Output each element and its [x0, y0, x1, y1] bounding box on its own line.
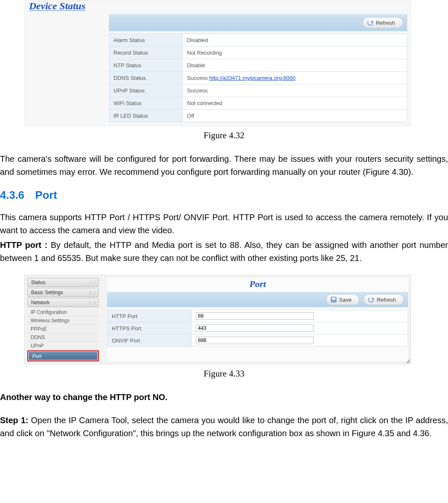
port-table: HTTP Port HTTPS Port ONVIF Port [107, 310, 408, 347]
settings-sidebar: Status Basic Settings Network IP Configu… [27, 278, 99, 361]
onvif-port-input[interactable] [196, 337, 314, 344]
table-row: WiFi Status Not connected [109, 97, 407, 110]
ddns-prefix: Success [187, 75, 209, 81]
save-icon [331, 297, 337, 303]
port-panel: Status Basic Settings Network IP Configu… [24, 275, 411, 364]
sidebar-item-ip-configuration[interactable]: IP Configuration [27, 308, 99, 316]
sidebar-item-status[interactable]: Status [27, 278, 99, 287]
sidebar-item-upnp[interactable]: UPnP [27, 342, 99, 350]
https-port-input[interactable] [196, 324, 314, 332]
sidebar-item-pppoe[interactable]: PPPoE [27, 325, 99, 333]
port-toolbar: Save Refresh [107, 292, 408, 307]
refresh-button[interactable]: Refresh [363, 17, 403, 28]
row-value: Not Recording [183, 47, 407, 59]
paragraph: The camera's software will be configured… [0, 153, 448, 179]
save-label: Save [339, 297, 352, 303]
sidebar-item-network[interactable]: Network [27, 298, 99, 307]
sidebar-item-ddns[interactable]: DDNS [27, 333, 99, 342]
paragraph: This camera supports HTTP Port / HTTPS P… [0, 211, 448, 237]
table-row: UPnP Status Success [109, 84, 407, 97]
refresh-label: Refresh [377, 297, 396, 303]
table-row: Alarm Status Disabled [109, 34, 407, 47]
http-port-text: By default, the HTTP and Media port is s… [0, 240, 448, 263]
another-way-bold: Another way to change the HTTP port NO. [0, 392, 168, 402]
table-row: NTP Status Disable [109, 59, 407, 72]
row-value: Disable [183, 59, 407, 72]
device-status-title: Device Status [29, 0, 411, 12]
device-status-table: Alarm Status Disabled Record Status Not … [109, 34, 407, 122]
table-row: IR LED Status Off [109, 110, 407, 122]
paragraph: Step 1: Open the IP Camera Tool, select … [0, 414, 448, 440]
resize-handle-icon [406, 359, 410, 363]
figure-caption: Figure 4.33 [0, 369, 448, 379]
figure-caption: Figure 4.32 [0, 130, 448, 141]
row-value: Disabled [183, 34, 407, 47]
row-value-cell [192, 310, 408, 322]
sidebar-item-port-highlight: Port [27, 350, 99, 361]
ddns-link[interactable]: http://a33471.myipcamera.org:8000 [209, 75, 295, 81]
table-row: Record Status Not Recording [109, 47, 407, 59]
row-label: NTP Status [109, 59, 183, 72]
row-label: HTTP Port [108, 310, 192, 322]
row-value-cell [192, 322, 408, 334]
step1-bold: Step 1: [0, 416, 31, 425]
paragraph: HTTP port : By default, the HTTP and Med… [0, 239, 448, 265]
row-label: IR LED Status [109, 110, 183, 122]
row-value: Success [183, 84, 407, 97]
row-label: Alarm Status [109, 34, 183, 47]
paragraph: Another way to change the HTTP port NO. [0, 391, 448, 404]
refresh-button[interactable]: Refresh [364, 294, 404, 305]
row-label: Record Status [109, 47, 183, 59]
row-label: DDNS Status [109, 72, 183, 84]
row-value: Off [183, 110, 407, 122]
row-label: WiFi Status [109, 97, 183, 110]
section-heading: 4.3.6 Port [0, 189, 448, 202]
table-row: DDNS Status Success http://a33471.myipca… [109, 72, 407, 84]
refresh-label: Refresh [376, 20, 395, 26]
device-status-panel: Device Status Refresh Alarm Status Disab… [24, 0, 411, 126]
port-title: Port [107, 279, 408, 290]
save-button[interactable]: Save [326, 294, 360, 305]
step1-text: Open the IP Camera Tool, select the came… [0, 416, 448, 438]
http-port-input[interactable] [196, 312, 314, 320]
row-label: UPnP Status [109, 84, 183, 97]
row-value: Success http://a33471.myipcamera.org:800… [183, 72, 407, 84]
row-label: HTTPS Port [108, 322, 192, 334]
port-main: Port Save Refresh HTTP Port [107, 278, 408, 361]
device-status-toolbar: Refresh [109, 14, 407, 31]
sidebar-item-wireless-settings[interactable]: Wireless Settings [27, 316, 99, 325]
refresh-icon [368, 297, 374, 303]
row-value: Not connected [183, 97, 407, 110]
row-value-cell [192, 334, 408, 347]
http-port-bold: HTTP port : [0, 240, 51, 250]
refresh-icon [367, 20, 373, 26]
row-label: ONVIF Port [108, 334, 192, 347]
sidebar-item-port[interactable]: Port [29, 352, 98, 360]
table-row: HTTPS Port [108, 322, 408, 334]
sidebar-item-basic-settings[interactable]: Basic Settings [27, 288, 99, 297]
table-row: HTTP Port [108, 310, 408, 322]
table-row: ONVIF Port [108, 334, 408, 347]
